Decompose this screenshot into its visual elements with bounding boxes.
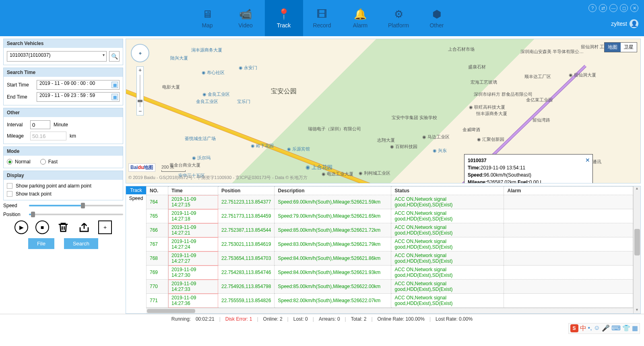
ime-punct-icon[interactable]: •, (588, 324, 592, 333)
export-button[interactable] (77, 220, 91, 234)
end-time-input[interactable]: 2019 - 11 - 09 23 : 59 : 59 ▦ (37, 92, 120, 102)
popup-close-icon[interactable]: ✕ (585, 156, 590, 165)
maximize-icon[interactable]: ◻ (620, 4, 628, 12)
username: zyltest (611, 21, 627, 27)
th-description[interactable]: Description (275, 187, 391, 195)
other-panel: Other Interval Minute Mileage km (3, 108, 123, 144)
nav-tab-track[interactable]: 📍Track (265, 0, 303, 36)
sogou-logo-icon[interactable]: S (570, 324, 578, 332)
th-position[interactable]: Position (218, 187, 275, 195)
map-zoom-control[interactable]: + − (136, 66, 144, 115)
stop-button[interactable]: ■ (35, 220, 49, 234)
table-row[interactable]: 7702019-11-09 14:27:3322.754926,113.8547… (147, 280, 633, 294)
tab-label: Map (202, 22, 213, 29)
disk-error: Disk Error: 1 (225, 316, 252, 322)
running-value: 00:02:21 (196, 316, 215, 322)
table-row[interactable]: 7712019-11-09 14:27:3622.755559,113.8548… (147, 294, 633, 308)
add-button[interactable]: + (98, 220, 112, 234)
mode-fast[interactable]: Fast (40, 159, 58, 165)
speed-slider[interactable] (29, 205, 123, 206)
nav-tab-map[interactable]: 🖥Map (188, 0, 227, 36)
mode-normal[interactable]: Normal (7, 159, 31, 165)
nav-tab-platform[interactable]: ⚙Platform (380, 0, 418, 36)
position-slider[interactable] (29, 214, 123, 215)
nav-tab-record[interactable]: 🎞Record (303, 0, 341, 36)
baidu-logo: Baidu地图 (128, 163, 155, 172)
map-scale: 200 米 (161, 164, 186, 172)
map-type-satellite[interactable]: 卫星 (621, 43, 637, 52)
nav-tab-other[interactable]: ⬢Other (418, 0, 456, 36)
vehicle-select-value: 1010037(1010037) (10, 52, 50, 58)
playback-controls: Speed Position ▶ ■ (3, 203, 123, 249)
search-vehicles-panel: Search Vehicles 1010037(1010037) ▾ 🔍 (3, 39, 123, 65)
search-time-panel: Search Time Start Time 2019 - 11 - 09 00… (3, 68, 123, 105)
play-button[interactable]: ▶ (14, 220, 28, 234)
nav-tab-video[interactable]: 📹Video (227, 0, 265, 36)
content-area: 宝安公园 ◉ 永安门 润丰源商务大厦 陆兴大厦 ◉ 金良工业区 ◉ 布心社区 金… (126, 39, 641, 314)
table-row[interactable]: 7682019-11-09 14:27:2722.753654,113.8547… (147, 251, 633, 266)
minimize-icon[interactable]: — (609, 4, 617, 12)
vert-scrollbar[interactable]: ▲ ▼ (633, 186, 640, 313)
table-row[interactable]: 7672019-11-09 14:27:2422.753021,113.8546… (147, 237, 633, 251)
table-row[interactable]: 7652019-11-09 14:27:1822.751773,113.8544… (147, 209, 633, 223)
end-time-label: End Time (7, 94, 34, 100)
interval-input[interactable] (30, 120, 50, 129)
calendar-icon[interactable]: ▦ (111, 94, 118, 100)
position-label: Position (3, 212, 26, 217)
panel-title: Search Vehicles (4, 39, 123, 48)
table-mode-tabs: Track Speed (126, 186, 146, 313)
mode-panel: Mode Normal Fast (3, 146, 123, 168)
user-area[interactable]: zyltest 👤 (611, 19, 638, 28)
zoom-out-icon[interactable]: − (137, 108, 143, 115)
ime-keyboard-icon[interactable]: ⌨ (611, 324, 621, 333)
show-parking-option[interactable]: Show parking point and alarm point (7, 183, 120, 189)
panel-title: Search Time (4, 68, 123, 77)
ime-skin-icon[interactable]: 👕 (622, 324, 630, 333)
vehicle-select[interactable]: 1010037(1010037) ▾ (7, 51, 107, 62)
avatar-icon: 👤 (630, 19, 638, 28)
start-time-input[interactable]: 2019 - 11 - 09 00 : 00 : 00 ▦ (37, 80, 120, 90)
th-no[interactable]: NO. (147, 187, 168, 195)
ime-grid-icon[interactable]: ▦ (632, 324, 638, 333)
display-panel: Display Show parking point and alarm poi… (3, 171, 123, 200)
ime-emoji-icon[interactable]: ☺ (594, 324, 600, 333)
map[interactable]: 宝安公园 ◉ 永安门 润丰源商务大厦 陆兴大厦 ◉ 金良工业区 ◉ 布心社区 金… (126, 39, 641, 183)
th-alarm[interactable]: Alarm (504, 187, 633, 195)
ime-mic-icon[interactable]: 🎤 (602, 324, 610, 333)
help-icon[interactable]: ? (588, 4, 597, 12)
tab-speed[interactable]: Speed (126, 194, 146, 202)
ime-lang-icon[interactable]: 中 (580, 324, 586, 333)
interval-unit: Minute (54, 122, 68, 128)
nav-tab-alarm[interactable]: 🔔Alarm (341, 0, 380, 36)
zoom-in-icon[interactable]: + (137, 67, 143, 74)
calendar-icon[interactable]: ▦ (111, 82, 118, 88)
th-time[interactable]: Time (168, 187, 218, 195)
map-pan-control[interactable] (131, 44, 149, 62)
th-status[interactable]: Status (391, 187, 504, 195)
interval-label: Interval (7, 122, 27, 128)
radio-icon (40, 159, 46, 165)
tab-track[interactable]: Track (126, 186, 146, 194)
table-row[interactable]: 7662019-11-09 14:27:2122.752387,113.8545… (147, 223, 633, 237)
online-rate: Online Rate: 100.00% (378, 316, 425, 322)
mileage-unit: km (70, 133, 76, 139)
search-button[interactable]: Search (64, 238, 98, 249)
main-area: Search Vehicles 1010037(1010037) ▾ 🔍 Sea… (0, 36, 644, 314)
online-count: Online: 2 (263, 316, 283, 322)
track-icon: 📍 (277, 8, 290, 21)
horiz-scrollbar[interactable] (146, 308, 633, 313)
map-type-map[interactable]: 地图 (605, 43, 621, 52)
swap-icon[interactable]: ⇄ (599, 4, 607, 12)
vehicle-search-icon[interactable]: 🔍 (109, 51, 120, 62)
file-button[interactable]: File (28, 238, 54, 249)
arrears-count: Arrears: 0 (319, 316, 340, 322)
total-count: Total: 2 (351, 316, 367, 322)
other-icon: ⬢ (432, 8, 442, 21)
show-track-option[interactable]: Show track point (7, 191, 120, 197)
delete-button[interactable] (56, 220, 70, 234)
close-icon[interactable]: ✕ (630, 4, 638, 12)
sidebar: Search Vehicles 1010037(1010037) ▾ 🔍 Sea… (3, 39, 123, 314)
speed-label: Speed (3, 203, 26, 208)
table-row[interactable]: 7692019-11-09 14:27:3022.754283,113.8547… (147, 266, 633, 280)
table-row[interactable]: 7642019-11-09 14:27:1522.751223,113.8543… (147, 195, 633, 209)
